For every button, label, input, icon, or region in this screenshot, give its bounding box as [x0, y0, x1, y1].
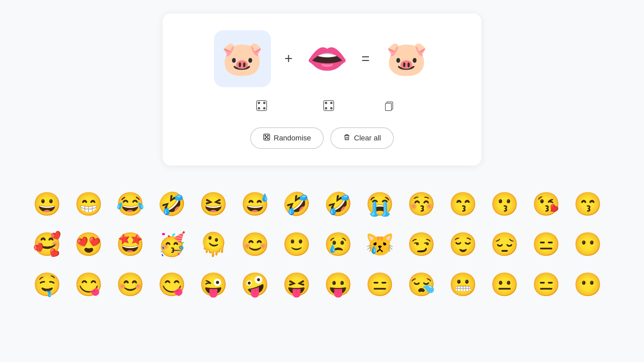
svg-point-7	[331, 102, 332, 104]
list-item[interactable]: 😿	[361, 226, 398, 263]
svg-point-3	[258, 108, 260, 109]
list-item[interactable]: 😭	[361, 186, 398, 223]
emoji1-box[interactable]: 🐷	[214, 30, 271, 87]
list-item[interactable]: 🤣	[320, 186, 357, 223]
list-item[interactable]: 😐	[486, 266, 523, 303]
list-item[interactable]: 🤣	[278, 186, 315, 223]
dice-icon-right	[323, 100, 335, 112]
emoji-grid: 😀 😁 😂 🤣 😆 😅 🤣 🤣 😭 😚 😙 😗 😘 😙 🥰 😍 🤩 🥳 🫠 😊 …	[29, 186, 615, 303]
copy-result-icon[interactable]	[381, 97, 397, 114]
copy-icon	[384, 100, 394, 111]
list-item[interactable]: 😌	[444, 226, 481, 263]
list-item[interactable]: 😅	[236, 186, 273, 223]
svg-point-14	[268, 135, 269, 136]
result-emoji: 🐷	[386, 39, 428, 78]
list-item[interactable]: 😂	[112, 186, 149, 223]
list-item[interactable]: 😗	[486, 186, 523, 223]
svg-rect-5	[324, 101, 334, 111]
svg-point-15	[265, 138, 266, 139]
list-item[interactable]: 🥳	[153, 226, 190, 263]
list-item[interactable]: 😊	[112, 266, 149, 303]
list-item[interactable]: 😙	[444, 186, 481, 223]
list-item[interactable]: 😋	[70, 266, 107, 303]
randomise-emoji2-icon[interactable]	[320, 97, 337, 114]
list-item[interactable]: 🙂	[278, 226, 315, 263]
svg-point-9	[331, 108, 332, 109]
list-item[interactable]: 😝	[278, 266, 315, 303]
list-item[interactable]: 🤩	[112, 226, 149, 263]
svg-point-6	[325, 102, 327, 104]
list-item[interactable]: 😛	[320, 266, 357, 303]
list-item[interactable]: 🥰	[29, 226, 65, 263]
list-item[interactable]: 😬	[444, 266, 481, 303]
list-item[interactable]: 🤣	[153, 186, 190, 223]
svg-point-16	[268, 138, 269, 139]
list-item[interactable]: 😪	[403, 266, 440, 303]
equals-operator: =	[362, 51, 370, 67]
clear-all-label: Clear all	[354, 134, 381, 142]
list-item[interactable]: 😍	[70, 226, 107, 263]
svg-point-2	[264, 102, 265, 104]
list-item[interactable]: 😀	[29, 186, 65, 223]
list-item[interactable]: 😘	[528, 186, 565, 223]
list-item[interactable]: 😔	[486, 226, 523, 263]
randomise-button-icon	[263, 133, 270, 143]
randomise-button[interactable]: Randomise	[250, 127, 324, 149]
dice-icon-left	[256, 100, 268, 112]
list-item[interactable]: 😁	[70, 186, 107, 223]
list-item[interactable]: 🫠	[195, 226, 232, 263]
emoji1: 🐷	[221, 39, 263, 78]
list-item[interactable]: 🤪	[236, 266, 273, 303]
action-row: Randomise Clear all	[250, 127, 394, 149]
svg-point-8	[325, 108, 327, 109]
emoji-row-1: 😀 😁 😂 🤣 😆 😅 🤣 🤣 😭 😚 😙 😗 😘 😙	[29, 186, 615, 223]
list-item[interactable]: 😜	[195, 266, 232, 303]
randomise-label: Randomise	[274, 134, 311, 142]
list-item[interactable]: 😊	[236, 226, 273, 263]
list-item[interactable]: 😚	[403, 186, 440, 223]
clear-all-button[interactable]: Clear all	[330, 127, 394, 149]
list-item[interactable]: 😏	[403, 226, 440, 263]
emoji2: 👄	[306, 39, 348, 78]
list-item[interactable]: 😆	[195, 186, 232, 223]
svg-rect-11	[385, 103, 391, 111]
svg-point-13	[265, 135, 266, 136]
emoji-row-3: 🤤 😋 😊 😋 😜 🤪 😝 😛 😑 😪 😬 😐 😑 😶	[29, 266, 615, 303]
emoji-combination-row: 🐷 + 👄 = 🐷	[214, 30, 430, 87]
svg-point-1	[258, 102, 260, 104]
list-item[interactable]: 😢	[320, 226, 357, 263]
svg-rect-0	[257, 101, 267, 111]
list-item[interactable]: 😑	[528, 266, 565, 303]
list-item[interactable]: 🤤	[29, 266, 65, 303]
list-item[interactable]: 😙	[569, 186, 606, 223]
emoji-row-2: 🥰 😍 🤩 🥳 🫠 😊 🙂 😢 😿 😏 😌 😔 😑 😶	[29, 226, 615, 263]
icon-row	[190, 97, 454, 114]
emoji2-container[interactable]: 👄	[306, 39, 348, 78]
mixer-card: 🐷 + 👄 = 🐷	[163, 13, 481, 166]
clear-all-button-icon	[343, 133, 351, 143]
result-emoji-container: 🐷	[383, 35, 430, 82]
list-item[interactable]: 😶	[569, 266, 606, 303]
svg-point-17	[266, 137, 267, 138]
list-item[interactable]: 😋	[153, 266, 190, 303]
list-item[interactable]: 😑	[528, 226, 565, 263]
plus-operator: +	[284, 51, 293, 67]
randomise-emoji1-icon[interactable]	[253, 97, 270, 114]
svg-point-4	[264, 108, 265, 109]
list-item[interactable]: 😶	[569, 226, 606, 263]
list-item[interactable]: 😑	[361, 266, 398, 303]
